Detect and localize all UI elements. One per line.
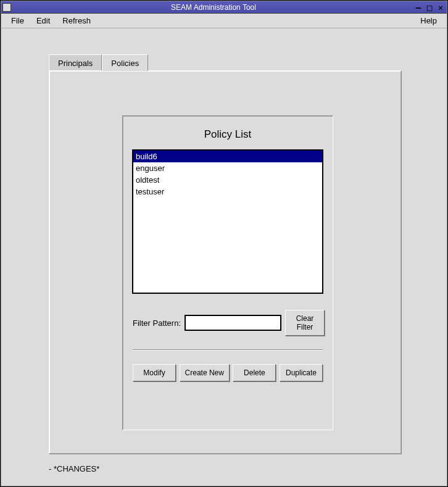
menu-edit[interactable]: Edit [30,14,56,27]
filter-label: Filter Pattern: [133,318,181,328]
maximize-icon[interactable]: □ [425,2,434,12]
panel-title: Policy List [131,128,324,141]
duplicate-button[interactable]: Duplicate [280,364,323,381]
list-item[interactable]: oldtest [133,174,322,186]
tabs-row: Principals Policies [49,54,402,70]
list-item[interactable]: enguser [133,162,322,174]
tab-policies[interactable]: Policies [102,54,148,71]
tab-principals[interactable]: Principals [49,54,102,70]
menu-file[interactable]: File [5,14,30,27]
close-icon[interactable]: ✕ [436,2,446,12]
menu-help[interactable]: Help [414,14,443,27]
window-controls: — □ ✕ [413,2,446,12]
filter-input[interactable] [185,315,281,331]
divider [133,349,323,351]
menu-refresh[interactable]: Refresh [56,14,97,27]
window-title: SEAM Administration Tool [14,3,413,12]
list-item[interactable]: build6 [133,151,322,162]
menubar: File Edit Refresh Help [1,14,447,28]
policy-panel: Policy List build6 enguser oldtest testu… [122,115,333,430]
tab-panel: Principals Policies Policy List build6 e… [49,54,402,454]
modify-button[interactable]: Modify [133,364,176,381]
window-menu-icon[interactable] [2,3,11,12]
app-window: SEAM Administration Tool — □ ✕ File Edit… [1,1,447,486]
filter-row: Filter Pattern: Clear Filter [131,310,324,336]
content-area: Principals Policies Policy List build6 e… [2,30,446,485]
list-item[interactable]: testuser [133,186,322,198]
action-row: Modify Create New Delete Duplicate [131,364,324,381]
policy-listbox[interactable]: build6 enguser oldtest testuser [132,149,323,294]
status-text: - *CHANGES* [49,464,99,473]
tab-body: Policy List build6 enguser oldtest testu… [49,70,402,454]
titlebar: SEAM Administration Tool — □ ✕ [1,1,447,14]
create-new-button[interactable]: Create New [180,364,230,381]
delete-button[interactable]: Delete [233,364,276,381]
clear-filter-button[interactable]: Clear Filter [285,310,325,336]
minimize-icon[interactable]: — [413,2,423,12]
